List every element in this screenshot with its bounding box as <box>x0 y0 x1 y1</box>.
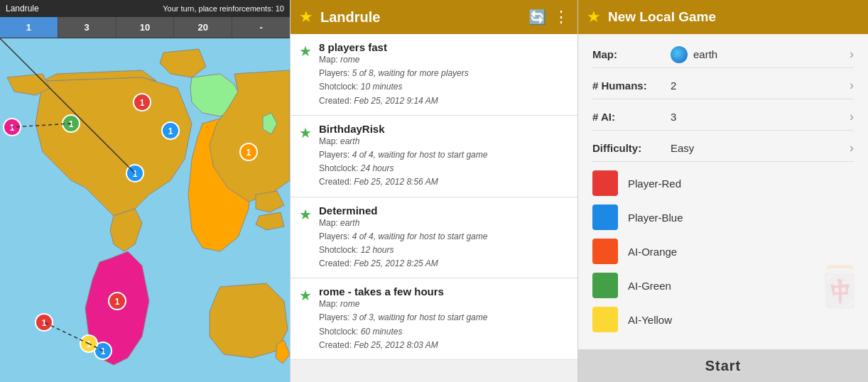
svg-text:1: 1 <box>69 119 74 129</box>
player-name: AI-Orange <box>628 246 677 258</box>
game-item-content: 8 players fast Map: rome Players: 5 of 8… <box>319 41 569 108</box>
game-item-content: BirthdayRisk Map: earth Players: 4 of 4,… <box>319 123 569 190</box>
game-star-icon: ★ <box>299 124 312 141</box>
game-detail: Map: rome Players: 3 of 3, waiting for h… <box>319 298 569 352</box>
svg-text:1: 1 <box>140 98 145 108</box>
reinforce-btn-10[interactable]: 10 <box>116 17 175 38</box>
ai-label: # AI: <box>592 111 671 123</box>
difficulty-field-row[interactable]: Difficulty: Easy › <box>592 135 854 162</box>
reinforce-btn-3[interactable]: 3 <box>58 17 116 38</box>
player-name: Player-Red <box>628 178 681 190</box>
humans-value: 2 <box>671 80 850 92</box>
svg-text:1: 1 <box>101 346 106 356</box>
ai-arrow: › <box>850 109 854 124</box>
game-star-icon: ★ <box>299 287 312 304</box>
reinforce-btn-20[interactable]: 20 <box>174 17 232 38</box>
right-panel: ★ New Local Game Map: earth › # Humans: … <box>578 0 868 382</box>
player-rows: Player-Red Player-Blue AI-Orange AI-Gree… <box>592 166 854 337</box>
right-content: Map: earth › # Humans: 2 › # AI: 3 › Dif… <box>578 34 868 349</box>
middle-header-star: ★ <box>299 8 313 26</box>
left-info: Your turn, place reinforcements: 10 <box>163 4 284 13</box>
player-color-box <box>592 273 618 298</box>
refresh-icon[interactable]: 🔄 <box>528 9 546 26</box>
game-detail: Map: rome Players: 5 of 8, waiting for m… <box>319 53 569 108</box>
player-row[interactable]: AI-Green <box>592 268 854 302</box>
svg-text:1: 1 <box>246 148 251 158</box>
player-row[interactable]: AI-Yellow <box>592 302 854 337</box>
game-item[interactable]: ★ Determined Map: earth Players: 4 of 4,… <box>291 197 577 279</box>
humans-arrow: › <box>850 78 854 93</box>
player-name: AI-Yellow <box>628 314 672 326</box>
game-item[interactable]: ★ 8 players fast Map: rome Players: 5 of… <box>291 34 577 116</box>
map-svg: 1 1 1 1 1 1 1 1 1 1 <box>0 38 290 382</box>
map-panel: Landrule Your turn, place reinforcements… <box>0 0 290 382</box>
left-title: Landrule <box>6 4 39 13</box>
player-row[interactable]: Player-Blue <box>592 200 854 234</box>
player-row[interactable]: AI-Orange <box>592 234 854 268</box>
game-title: 8 players fast <box>319 41 569 53</box>
reinforce-btn-1[interactable]: 1 <box>0 17 58 38</box>
svg-text:1: 1 <box>115 297 120 307</box>
right-header-title: New Local Game <box>608 9 859 25</box>
player-color-box <box>592 204 618 230</box>
player-row[interactable]: Player-Red <box>592 166 854 200</box>
menu-icon[interactable]: ⋮ <box>553 8 569 26</box>
middle-header-title: Landrule <box>320 9 521 26</box>
game-title: rome - takes a few hours <box>319 285 569 298</box>
game-item-content: Determined Map: earth Players: 4 of 4, w… <box>319 204 569 271</box>
game-star-icon: ★ <box>299 43 312 60</box>
map-arrow: › <box>850 47 854 62</box>
map-area: 1 1 1 1 1 1 1 1 1 1 <box>0 38 290 382</box>
ai-field-row[interactable]: # AI: 3 › <box>592 104 854 131</box>
right-header: ★ New Local Game <box>578 0 868 34</box>
difficulty-value: Easy <box>671 142 850 154</box>
player-color-box <box>592 307 618 332</box>
left-header: Landrule Your turn, place reinforcements… <box>0 0 290 17</box>
middle-panel: ★ Landrule 🔄 ⋮ ★ 8 players fast Map: rom… <box>290 0 578 382</box>
humans-field-row[interactable]: # Humans: 2 › <box>592 72 854 99</box>
game-detail: Map: earth Players: 4 of 4, waiting for … <box>319 217 569 271</box>
player-name: AI-Green <box>628 280 671 292</box>
middle-header: ★ Landrule 🔄 ⋮ <box>291 0 577 34</box>
svg-text:1: 1 <box>133 169 138 179</box>
reinforce-btn-minus[interactable]: - <box>232 17 290 38</box>
svg-text:1: 1 <box>168 126 173 136</box>
start-button[interactable]: Start <box>578 349 868 382</box>
map-field-row[interactable]: Map: earth › <box>592 41 854 68</box>
game-title: BirthdayRisk <box>319 123 569 135</box>
player-color-box <box>592 239 618 264</box>
globe-icon <box>671 46 688 63</box>
humans-label: # Humans: <box>592 80 671 92</box>
game-title: Determined <box>319 204 569 217</box>
difficulty-arrow: › <box>850 141 854 155</box>
game-item[interactable]: ★ BirthdayRisk Map: earth Players: 4 of … <box>291 116 577 197</box>
game-detail: Map: earth Players: 4 of 4, waiting for … <box>319 135 569 190</box>
game-item[interactable]: ★ rome - takes a few hours Map: rome Pla… <box>291 278 577 360</box>
game-star-icon: ★ <box>299 206 312 223</box>
difficulty-label: Difficulty: <box>592 142 671 154</box>
game-list: ★ 8 players fast Map: rome Players: 5 of… <box>291 34 577 382</box>
reinforce-bar[interactable]: 1 3 10 20 - <box>0 17 290 38</box>
game-item-content: rome - takes a few hours Map: rome Playe… <box>319 285 569 352</box>
right-header-star: ★ <box>587 8 601 26</box>
map-value[interactable]: earth <box>671 46 850 63</box>
player-name: Player-Blue <box>628 212 683 224</box>
svg-text:1: 1 <box>10 123 15 133</box>
ai-value: 3 <box>671 111 850 123</box>
player-color-box <box>592 170 618 196</box>
map-label: Map: <box>592 48 671 60</box>
